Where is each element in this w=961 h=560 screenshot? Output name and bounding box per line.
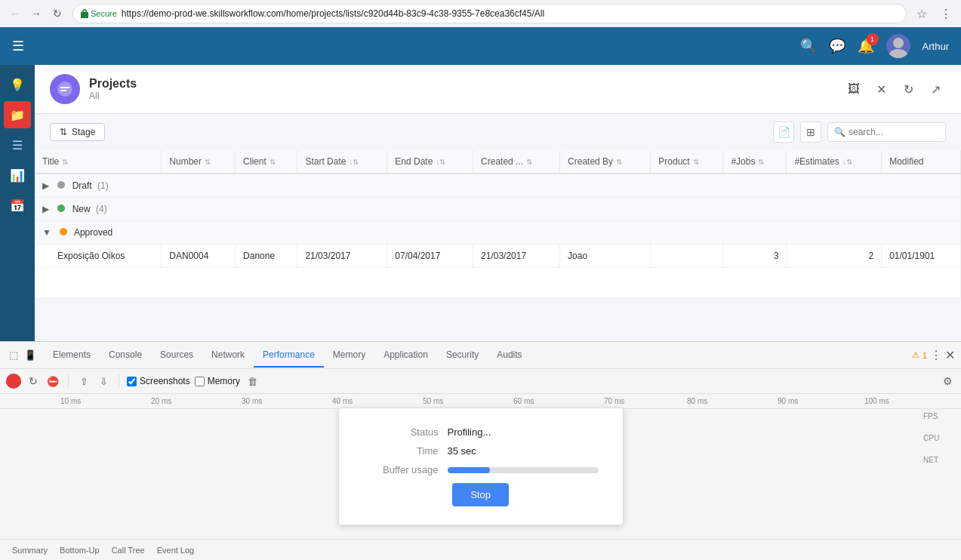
devtools-cursor-icon[interactable]: ⬚ [6, 348, 21, 363]
page-title: Projects [89, 77, 137, 91]
cell-client: Danone [236, 245, 297, 268]
menu-icon[interactable]: ⋮ [937, 5, 955, 23]
grid-icon[interactable]: ⊞ [800, 122, 821, 143]
trash-icon[interactable]: 🗑 [245, 374, 260, 389]
group-row-approved: ▼ Approved [35, 221, 961, 245]
memory-checkbox-label[interactable]: Memory [195, 376, 240, 386]
stage-button[interactable]: ⇅ Stage [50, 123, 105, 141]
refresh-action-icon[interactable]: ↻ [898, 78, 919, 100]
status-dot-approved [60, 228, 67, 235]
stop-button[interactable]: Stop [452, 483, 509, 506]
sidebar-item-projects[interactable]: 📁 [4, 101, 31, 128]
timeline-labels: FPS CPU NET [923, 409, 961, 464]
browser-chrome: ← → ↻ Secure https://demo-prod-we.skills… [0, 0, 961, 27]
page-title-group: Projects All [89, 77, 137, 101]
bottom-tab-bottom-up[interactable]: Bottom-Up [54, 543, 106, 558]
move-up-button[interactable]: ⇧ [76, 374, 91, 389]
avatar[interactable] [886, 34, 910, 58]
search-input[interactable] [849, 127, 939, 137]
reload-record-button[interactable]: ↻ [26, 374, 41, 389]
close-action-icon[interactable]: ✕ [870, 78, 892, 100]
browser-toolbar: ← → ↻ Secure https://demo-prod-we.skills… [0, 0, 961, 27]
memory-label: Memory [208, 376, 240, 386]
tab-security[interactable]: Security [437, 343, 488, 368]
group-name-draft: Draft [72, 180, 92, 191]
devtools-tabs: ⬚ 📱 Elements Console Sources Network Per… [0, 342, 961, 369]
screenshots-checkbox-label[interactable]: Screenshots [127, 376, 190, 386]
tab-performance[interactable]: Performance [254, 343, 324, 368]
bottom-tab-call-tree[interactable]: Call Tree [106, 543, 151, 558]
url-text: https://demo-prod-we.skillsworkflow.com/… [122, 8, 544, 19]
devtools-close-icon[interactable]: ✕ [945, 348, 955, 362]
image-action-icon[interactable]: 🖼 [843, 78, 864, 100]
cell-jobs: 3 [723, 245, 787, 268]
hamburger-menu[interactable]: ☰ [12, 38, 35, 54]
sidebar-item-calendar[interactable]: 📅 [4, 192, 31, 219]
search-icon[interactable]: 🔍 [800, 38, 817, 54]
cell-end-date: 07/04/2017 [387, 245, 473, 268]
star-icon[interactable]: ☆ [913, 5, 931, 23]
record-button[interactable] [6, 374, 21, 389]
ruler-80ms: 80 ms [687, 397, 707, 405]
net-label: NET [923, 456, 961, 464]
status-value: Profiling... [448, 426, 491, 438]
devtools-mobile-icon[interactable]: 📱 [23, 348, 38, 363]
screenshots-checkbox[interactable] [127, 377, 137, 386]
ruler-40ms: 40 ms [332, 397, 353, 405]
memory-checkbox[interactable] [195, 377, 205, 386]
messages-icon[interactable]: 💬 [829, 38, 845, 54]
export-icon[interactable]: 📄 [773, 122, 794, 143]
bottom-tab-event-log[interactable]: Event Log [151, 543, 201, 558]
tab-console[interactable]: Console [100, 343, 151, 368]
tab-application[interactable]: Application [374, 343, 437, 368]
col-header-number: Number⇅ [162, 150, 236, 174]
forward-button[interactable]: → [27, 5, 45, 23]
ruler-60ms: 60 ms [513, 397, 534, 405]
back-button[interactable]: ← [6, 5, 24, 23]
move-down-button[interactable]: ⇩ [96, 374, 111, 389]
col-header-created-by: Created By⇅ [560, 150, 651, 174]
group-toggle-draft[interactable]: ▶ [42, 180, 49, 191]
sidebar-item-lists[interactable]: ☰ [4, 131, 31, 158]
page-actions: 🖼 ✕ ↻ ↗ [843, 78, 946, 100]
nav-buttons: ← → ↻ [6, 5, 66, 23]
tab-elements[interactable]: Elements [44, 343, 100, 368]
ruler-90ms: 90 ms [778, 397, 798, 405]
search-icon-small: 🔍 [834, 127, 845, 137]
group-toggle-approved[interactable]: ▼ [42, 227, 51, 238]
sidebar-item-analytics[interactable]: 📊 [4, 162, 31, 189]
gear-icon[interactable]: ⚙ [940, 374, 955, 389]
address-bar[interactable]: Secure https://demo-prod-we.skillsworkfl… [72, 4, 907, 23]
ruler-10ms: 10 ms [60, 397, 81, 405]
browser-icons: ☆ ⋮ [913, 5, 955, 23]
table-row: Exposição Oikos DAN0004 Danone 21/03/201… [35, 245, 961, 268]
group-name-approved: Approved [74, 227, 112, 238]
buffer-label: Buffer usage [363, 464, 439, 475]
reload-button[interactable]: ↻ [48, 5, 66, 23]
timeline-area: 10 ms 20 ms 30 ms 40 ms 50 ms 60 ms 70 m… [0, 394, 961, 539]
sidebar-item-ideas[interactable]: 💡 [4, 71, 31, 98]
table-container: Title⇅ Number⇅ Client⇅ Start Date↓⇅ End … [35, 150, 961, 298]
tab-audits[interactable]: Audits [488, 343, 531, 368]
col-header-product: Product⇅ [651, 150, 723, 174]
cell-number: DAN0004 [162, 245, 236, 268]
toolbar-right: 📄 ⊞ 🔍 [773, 122, 946, 143]
sort-up-icon: ⇅ [60, 127, 67, 137]
expand-action-icon[interactable]: ↗ [925, 78, 946, 100]
group-row-draft: ▶ Draft (1) [35, 174, 961, 198]
sidebar: 💡 📁 ☰ 📊 📅 [0, 65, 35, 341]
tab-sources[interactable]: Sources [151, 343, 202, 368]
tab-network[interactable]: Network [202, 343, 254, 368]
devtools-more-icon[interactable]: ⋮ [930, 348, 942, 362]
notifications-icon[interactable]: 🔔 1 [858, 38, 874, 54]
ruler-30ms: 30 ms [242, 397, 262, 405]
screenshots-label: Screenshots [140, 376, 190, 386]
group-name-new: New [72, 204, 91, 214]
status-dot-new [57, 205, 65, 212]
svg-point-0 [893, 38, 904, 48]
fps-label: FPS [923, 412, 961, 420]
group-toggle-new[interactable]: ▶ [42, 204, 49, 214]
bottom-tab-summary[interactable]: Summary [6, 543, 54, 558]
clear-button[interactable]: ⛔ [45, 374, 60, 389]
tab-memory[interactable]: Memory [324, 343, 374, 368]
